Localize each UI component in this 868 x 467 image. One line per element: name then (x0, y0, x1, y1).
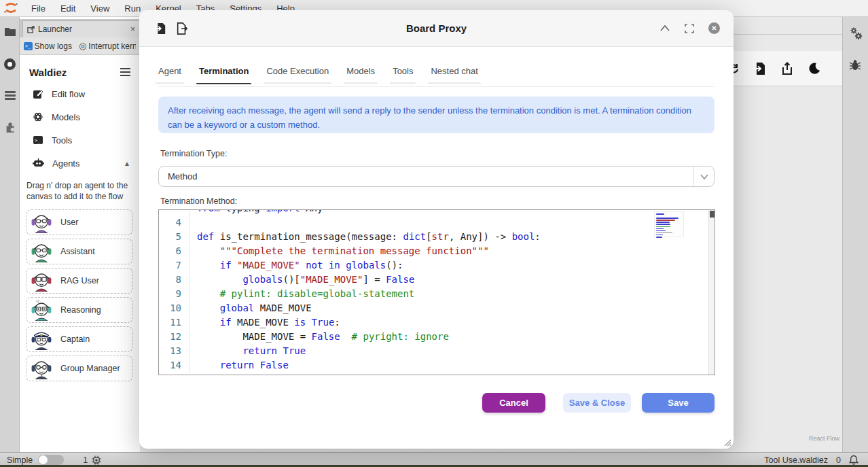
launcher-tab[interactable]: Launcher × (22, 20, 140, 37)
dock-tab-bar: Launcher × (20, 19, 140, 37)
termination-type-select[interactable]: Method (158, 166, 715, 187)
agent-card-user[interactable]: User (26, 209, 133, 235)
waldiez-panel: Waldiez Edit flow Models >_ Tools Agents… (20, 55, 140, 452)
reasoning-avatar (31, 299, 52, 321)
agents-hint-text: Drag n' drop an agent to the canvas to a… (20, 175, 140, 206)
agent-card-label: User (60, 218, 78, 227)
sidebar-item-models[interactable]: Models (20, 105, 140, 128)
sidebar-item-label: Agents (52, 158, 79, 169)
code-line: 12 MADE_MOVE = False # pyright: ignore (159, 330, 708, 344)
scrollbar-thumb[interactable] (710, 211, 715, 218)
code-line: 7 if "MADE_MOVE" not in globals(): (159, 258, 708, 273)
board-proxy-modal: Board Proxy ✕ Agent Termination Code Exe… (139, 10, 734, 449)
agent-card-assistant[interactable]: Assistant (26, 239, 133, 264)
hamburger-menu-icon[interactable] (120, 66, 130, 78)
agent-card-label: Captain (60, 334, 90, 344)
cancel-button[interactable]: Cancel (482, 393, 545, 413)
assistant-avatar (31, 241, 52, 262)
chevron-down-icon (693, 167, 714, 186)
agent-card-rag-user[interactable]: RAG User (26, 268, 133, 294)
tab-termination[interactable]: Termination (199, 66, 249, 84)
tab-models[interactable]: Models (346, 66, 375, 84)
save-and-close-button[interactable]: Save & Close (563, 393, 631, 413)
user-avatar (31, 211, 52, 233)
captain-avatar (31, 328, 52, 350)
terminal-icon: >_ (24, 42, 33, 50)
code-line: 13 return True (159, 344, 708, 358)
extension-puzzle-icon[interactable] (3, 120, 16, 133)
right-rail (842, 17, 868, 452)
dark-mode-moon-icon[interactable] (807, 61, 822, 76)
menu-edit[interactable]: Edit (53, 0, 83, 17)
simple-mode-toggle[interactable] (38, 455, 64, 465)
show-logs-label: Show logs (35, 41, 72, 51)
agent-card-captain[interactable]: Captain (26, 326, 133, 352)
cpu-icon[interactable] (92, 455, 101, 465)
resize-handle[interactable] (723, 438, 731, 447)
interrupt-label: Interrupt kern (88, 41, 136, 51)
status-bar: Simple 1 Tool Use.waldiez 0 (0, 452, 868, 467)
agent-card-label: RAG User (60, 276, 99, 286)
context-label: Tool Use.waldiez (764, 455, 828, 465)
modal-tab-bar: Agent Termination Code Execution Models … (158, 66, 715, 84)
notification-count: 0 (836, 455, 841, 465)
file-browser-icon[interactable] (3, 25, 16, 38)
agent-card-reasoning[interactable]: Reasoning (26, 297, 133, 323)
code-line: 6 """Complete the termination message fu… (159, 244, 708, 258)
termination-type-label: Termination Type: (160, 149, 227, 158)
tab-close-icon[interactable]: × (130, 24, 135, 34)
jupyterlab-screen: File Edit View Run Kernel Tabs Settings … (0, 0, 868, 467)
code-line: 9 # pylint: disable=global-statement (159, 287, 708, 301)
group-manager-avatar (31, 358, 52, 379)
interrupt-kernel-button[interactable]: ◎ Interrupt kern (79, 41, 136, 51)
chevron-up-icon[interactable]: ▲ (124, 160, 130, 167)
show-logs-button[interactable]: >_ Show logs (24, 41, 72, 51)
export-share-icon[interactable] (780, 61, 795, 76)
code-editor[interactable]: from typing import Any45def is_terminati… (158, 209, 715, 375)
react-flow-attribution[interactable]: React Flow (809, 435, 839, 442)
code-line: 8 globals()["MADE_MOVE"] = False (159, 273, 708, 287)
left-sidebar: Launcher × >_ Show logs ◎ Interrupt kern… (20, 17, 140, 452)
sidebar-item-label: Tools (52, 135, 72, 145)
interrupt-icon: ◎ (79, 41, 86, 50)
record-circle-icon[interactable] (3, 58, 16, 71)
termination-info-box: After receiving each message, the agent … (158, 97, 715, 133)
agent-card-group-manager[interactable]: Group Manager (26, 356, 133, 381)
editor-scrollbar[interactable] (708, 210, 715, 375)
code-line: 4 (159, 215, 708, 230)
tab-nested-chat[interactable]: Nested chat (431, 66, 477, 84)
menu-view[interactable]: View (83, 0, 117, 17)
menu-file[interactable]: File (24, 0, 53, 17)
panel-title: Waldiez (29, 67, 67, 78)
sidebar-item-agents[interactable]: Agents ▲ (20, 152, 140, 175)
bell-icon[interactable] (849, 455, 858, 465)
tab-tools[interactable]: Tools (393, 66, 413, 84)
notebook-action-row: >_ Show logs ◎ Interrupt kern (20, 37, 140, 55)
agent-card-label: Reasoning (60, 305, 101, 315)
sidebar-item-edit-flow[interactable]: Edit flow (20, 82, 140, 105)
agent-card-label: Assistant (60, 247, 95, 256)
launcher-tab-label: Launcher (38, 24, 130, 34)
table-of-contents-icon[interactable] (3, 89, 16, 102)
simple-mode-label: Simple (7, 455, 33, 465)
save-button[interactable]: Save (642, 393, 715, 413)
models-swirl-icon (33, 111, 43, 122)
sidebar-item-tools[interactable]: >_ Tools (20, 128, 140, 152)
agents-robot-icon (33, 158, 44, 169)
termination-method-label: Termination Method: (160, 196, 237, 206)
tab-agent[interactable]: Agent (158, 66, 181, 84)
sidebar-item-label: Models (52, 112, 80, 122)
modal-title: Board Proxy (139, 22, 734, 34)
tab-code-execution[interactable]: Code Execution (266, 66, 329, 84)
code-line: 14 return False (159, 358, 708, 373)
editor-minimap[interactable] (655, 212, 683, 237)
svg-text:>_: >_ (35, 138, 41, 143)
debug-bug-icon[interactable] (849, 59, 861, 73)
kernel-count: 1 (83, 455, 88, 465)
edit-pencil-icon (33, 88, 43, 99)
tools-terminal-icon: >_ (33, 135, 43, 145)
settings-gears-icon[interactable] (849, 27, 863, 44)
code-line: 11 if MADE_MOVE is True: (159, 315, 708, 330)
code-line: 10 global MADE_MOVE (159, 301, 708, 315)
import-file-icon[interactable] (753, 61, 767, 76)
